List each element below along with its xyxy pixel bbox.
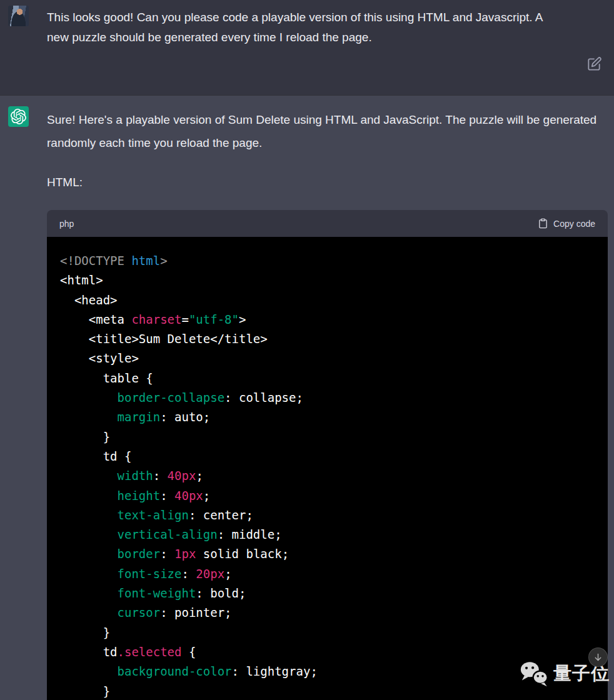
openai-logo-icon <box>11 109 26 124</box>
code-content: <!DOCTYPE html><html> <head> <meta chars… <box>47 237 608 700</box>
code-line: width: 40px; <box>60 466 608 486</box>
code-block-header: php Copy code <box>47 210 608 237</box>
code-line: table { <box>60 369 608 388</box>
code-line: font-size: 20px; <box>60 564 608 584</box>
code-line: td { <box>60 447 608 466</box>
code-line: border: 1px solid black; <box>60 544 608 564</box>
scroll-to-bottom-button[interactable] <box>588 648 608 667</box>
code-line: <style> <box>60 349 608 368</box>
code-line: vertical-align: middle; <box>60 525 608 544</box>
copy-code-label: Copy code <box>553 219 595 229</box>
code-line: <head> <box>60 291 608 310</box>
clipboard-icon <box>538 218 548 229</box>
code-line: margin: auto; <box>60 408 608 427</box>
code-line: <html> <box>60 271 608 290</box>
code-line: } <box>60 428 608 447</box>
code-language-label: php <box>59 219 74 229</box>
arrow-down-icon <box>593 652 603 662</box>
assistant-intro-text: Sure! Here's a playable version of Sum D… <box>47 108 601 154</box>
edit-message-button[interactable] <box>585 56 603 74</box>
code-line: td.selected { <box>60 642 608 662</box>
code-line: cursor: pointer; <box>60 603 608 622</box>
code-block: php Copy code <!DOCTYPE html><html> <hea… <box>47 210 608 700</box>
wechat-bubbles-icon <box>519 660 550 688</box>
code-line: text-align: center; <box>60 506 608 525</box>
chat-screen: This looks good! Can you please code a p… <box>0 0 614 700</box>
code-line: } <box>60 623 608 642</box>
user-message: This looks good! Can you please code a p… <box>0 0 614 95</box>
code-line: font-weight: bold; <box>60 584 608 603</box>
assistant-message: Sure! Here's a playable version of Sum D… <box>0 95 614 700</box>
user-message-text: This looks good! Can you please code a p… <box>47 8 547 48</box>
code-line: <!DOCTYPE html> <box>60 251 608 271</box>
square-pen-icon <box>586 56 602 72</box>
html-section-label: HTML: <box>47 175 83 190</box>
user-avatar <box>8 6 29 26</box>
copy-code-button[interactable]: Copy code <box>538 218 595 229</box>
code-line: <meta charset="utf-8"> <box>60 310 608 329</box>
chatgpt-avatar <box>8 106 29 127</box>
code-line: height: 40px; <box>60 486 608 506</box>
code-line: <title>Sum Delete</title> <box>60 329 608 349</box>
code-line: border-collapse: collapse; <box>60 388 608 408</box>
